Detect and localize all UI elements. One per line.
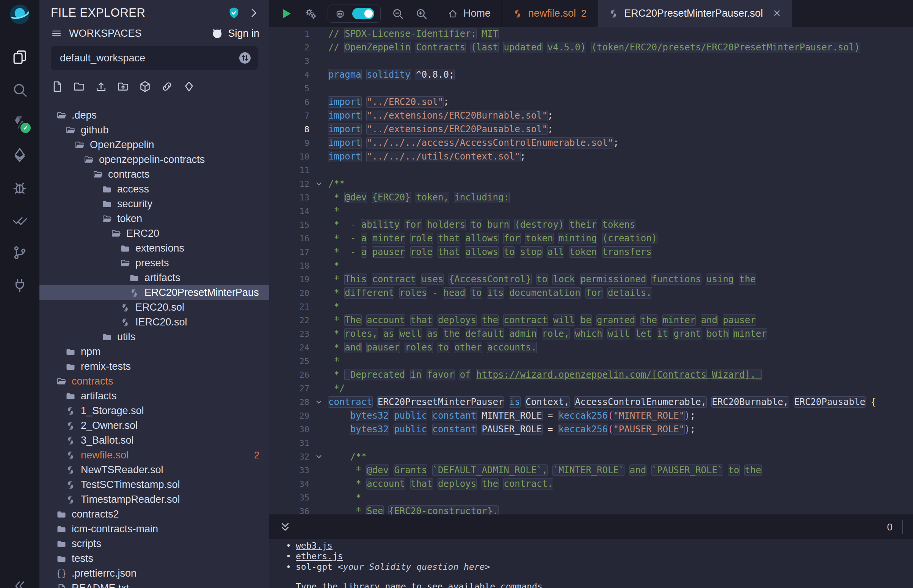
code-line-17: 17 * - a pauser role that allows to stop… bbox=[269, 245, 913, 259]
upload-file-icon[interactable] bbox=[95, 80, 107, 93]
fold-chevron-icon[interactable] bbox=[309, 179, 329, 188]
tree-item-deps[interactable]: .deps bbox=[39, 108, 269, 123]
tree-item-openzeppelin[interactable]: OpenZeppelin bbox=[39, 137, 269, 152]
tree-item-prettierrc-json[interactable]: {}.prettierrc.json bbox=[39, 566, 269, 581]
tree-item-github[interactable]: github bbox=[39, 123, 269, 137]
terminal-listen-count: 0 bbox=[887, 521, 892, 533]
tree-item-label: contracts bbox=[108, 169, 150, 180]
chevron-right-icon[interactable] bbox=[247, 6, 260, 19]
tree-item-label: 1_Storage.sol bbox=[81, 405, 144, 417]
tree-item-security[interactable]: security bbox=[39, 197, 269, 212]
code-editor[interactable]: 1// SPDX-License-Identifier: MIT2// Open… bbox=[269, 27, 913, 515]
code-text: * different roles - head to its document… bbox=[329, 288, 652, 298]
zoom-in-button[interactable] bbox=[415, 7, 428, 20]
sidebar-unit-testing[interactable] bbox=[0, 204, 39, 236]
sign-in-button[interactable]: Sign in bbox=[211, 27, 259, 39]
kite-icon[interactable] bbox=[183, 80, 195, 93]
tree-item-contracts2[interactable]: contracts2 bbox=[39, 507, 269, 522]
line-number: 12 bbox=[269, 179, 309, 189]
code-text: import "../../../access/AccessControlEnu… bbox=[329, 137, 619, 148]
sol-icon bbox=[65, 494, 76, 505]
tree-item-label: README.txt bbox=[72, 582, 129, 588]
tree-item-newtsreader-sol[interactable]: NewTSReader.sol bbox=[39, 463, 269, 477]
run-script-button[interactable] bbox=[279, 6, 293, 21]
code-text: * - ability for holders to burn (destroy… bbox=[329, 220, 635, 230]
tab-newfile-sol[interactable]: newfile.sol2 bbox=[502, 0, 597, 27]
tree-item-icm-contracts-main[interactable]: icm-contracts-main bbox=[39, 522, 269, 536]
sidebar-deploy-run[interactable] bbox=[0, 139, 39, 171]
tab-home[interactable]: Home bbox=[437, 0, 502, 27]
sol-icon bbox=[65, 465, 76, 475]
sidebar-plugin-manager[interactable] bbox=[0, 269, 39, 302]
new-folder-icon[interactable] bbox=[73, 80, 85, 93]
fold-chevron-icon[interactable] bbox=[309, 452, 329, 461]
ai-copilot-toggle[interactable] bbox=[352, 8, 374, 19]
line-number: 11 bbox=[269, 166, 309, 175]
tree-item-presets[interactable]: presets bbox=[39, 256, 269, 270]
sidebar-file-explorer[interactable] bbox=[0, 41, 39, 73]
link-icon[interactable] bbox=[161, 80, 173, 93]
tree-item-npm[interactable]: npm bbox=[39, 344, 269, 359]
activity-sidebar: ✓ bbox=[0, 0, 39, 588]
line-number: 21 bbox=[269, 302, 309, 312]
tree-item-artifacts[interactable]: artifacts bbox=[39, 389, 269, 404]
new-file-icon[interactable] bbox=[51, 80, 63, 93]
tree-item-ierc20-sol[interactable]: IERC20.sol bbox=[39, 315, 269, 330]
tree-item-artifacts[interactable]: artifacts bbox=[39, 270, 269, 285]
fold-chevron-icon[interactable] bbox=[309, 397, 329, 407]
sidebar-git[interactable] bbox=[0, 236, 39, 269]
tree-item-extensions[interactable]: extensions bbox=[39, 241, 269, 256]
tree-item-newfile-sol[interactable]: newfile.sol2 bbox=[39, 448, 269, 463]
tree-item-remix-tests[interactable]: remix-tests bbox=[39, 359, 269, 374]
line-number: 15 bbox=[269, 220, 309, 229]
tree-item-utils[interactable]: utils bbox=[39, 330, 269, 344]
tree-item-access[interactable]: access bbox=[39, 182, 269, 197]
sidebar-search[interactable] bbox=[0, 73, 39, 106]
tree-item-contracts[interactable]: contracts bbox=[39, 167, 269, 182]
tree-item-readme-txt[interactable]: README.txt bbox=[39, 581, 269, 588]
script-config-button[interactable] bbox=[304, 7, 317, 20]
terminal-collapse-icon[interactable] bbox=[279, 521, 291, 533]
tree-item-label: NewTSReader.sol bbox=[81, 464, 163, 476]
cube-icon[interactable] bbox=[139, 80, 151, 93]
tree-item-label: ERC20 bbox=[126, 228, 159, 239]
tree-item-openzeppelin-contracts[interactable]: openzeppelin-contracts bbox=[39, 152, 269, 167]
tree-item-token[interactable]: token bbox=[39, 212, 269, 226]
terminal-link[interactable]: web3.js bbox=[296, 540, 332, 551]
folder-icon bbox=[65, 347, 76, 357]
tab-label: newfile.sol bbox=[528, 8, 576, 19]
code-line-30: 30 bytes32 public constant PAUSER_ROLE =… bbox=[269, 422, 913, 436]
hamburger-menu-icon[interactable] bbox=[51, 27, 62, 39]
tree-item-label: contracts2 bbox=[72, 509, 119, 520]
sidebar-solidity-compiler[interactable]: ✓ bbox=[0, 106, 39, 139]
tree-item-testsctimestamp-sol[interactable]: TestSCTimestamp.sol bbox=[39, 477, 269, 492]
terminal-line: Type the library name to see available c… bbox=[286, 581, 913, 588]
folder-open-icon bbox=[92, 170, 103, 180]
collapse-sidebar-button[interactable] bbox=[0, 579, 39, 588]
tree-item-erc20-sol[interactable]: ERC20.sol bbox=[39, 300, 269, 315]
tree-item-scripts[interactable]: scripts bbox=[39, 536, 269, 551]
tree-item-2-owner-sol[interactable]: 2_Owner.sol bbox=[39, 418, 269, 433]
tree-item-label: newfile.sol bbox=[81, 449, 128, 461]
terminal-output[interactable]: •web3.js•ethers.js•sol-gpt <your Solidit… bbox=[269, 539, 913, 588]
sidebar-debugger[interactable] bbox=[0, 171, 39, 204]
tree-item-erc20[interactable]: ERC20 bbox=[39, 226, 269, 241]
close-tab-icon[interactable]: ✕ bbox=[773, 8, 781, 19]
workspace-select[interactable]: default_workspace bbox=[51, 46, 258, 70]
tree-item-3-ballot-sol[interactable]: 3_Ballot.sol bbox=[39, 433, 269, 448]
sol-icon bbox=[608, 8, 619, 19]
zoom-out-button[interactable] bbox=[391, 7, 404, 20]
tree-item-tests[interactable]: tests bbox=[39, 551, 269, 566]
upload-folder-icon[interactable] bbox=[117, 80, 129, 93]
code-text: * @dev {ERC20} token, including: bbox=[329, 192, 509, 203]
unit-testing-icon bbox=[12, 212, 28, 228]
tree-item-erc20presetminterpauser[interactable]: ERC20PresetMinterPauser... bbox=[39, 285, 269, 300]
terminal-link[interactable]: ethers.js bbox=[296, 551, 343, 562]
line-number: 23 bbox=[269, 329, 309, 339]
tree-item-1-storage-sol[interactable]: 1_Storage.sol bbox=[39, 404, 269, 418]
tree-item-timestampreader-sol[interactable]: TimestampReader.sol bbox=[39, 492, 269, 507]
tree-item-label: .prettierrc.json bbox=[72, 567, 136, 579]
tree-item-contracts[interactable]: contracts bbox=[39, 374, 269, 389]
sol-icon bbox=[512, 8, 523, 19]
tab-erc20presetminterpauser-sol[interactable]: ERC20PresetMinterPauser.sol✕ bbox=[597, 0, 792, 27]
